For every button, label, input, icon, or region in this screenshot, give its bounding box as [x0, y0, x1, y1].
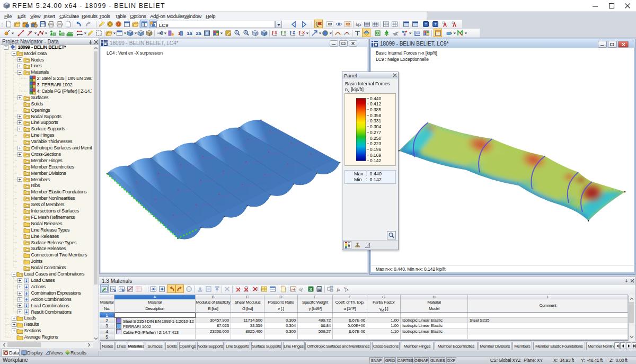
svg-text:Y: Y — [284, 31, 286, 34]
svg-text:XX: XX — [328, 22, 332, 26]
svg-text:T: T — [435, 23, 437, 26]
svg-text:fx: fx — [345, 287, 348, 292]
svg-text:Z: Z — [293, 31, 295, 34]
svg-text:R: R — [206, 32, 208, 35]
svg-text:6fx: 6fx — [356, 22, 361, 27]
svg-text:X: X — [275, 31, 277, 34]
svg-text:6f: 6f — [299, 287, 303, 292]
svg-text:%: % — [29, 30, 32, 33]
svg-text:-X: -X — [301, 31, 305, 34]
svg-text:fx: fx — [337, 287, 340, 292]
svg-text:T: T — [425, 23, 427, 26]
svg-text:2a: 2a — [196, 31, 202, 36]
svg-text:XX: XX — [346, 22, 350, 26]
svg-text:+: + — [236, 30, 238, 34]
svg-text:×: × — [245, 30, 247, 34]
svg-text:1a: 1a — [187, 31, 193, 36]
svg-text:X: X — [310, 287, 313, 292]
